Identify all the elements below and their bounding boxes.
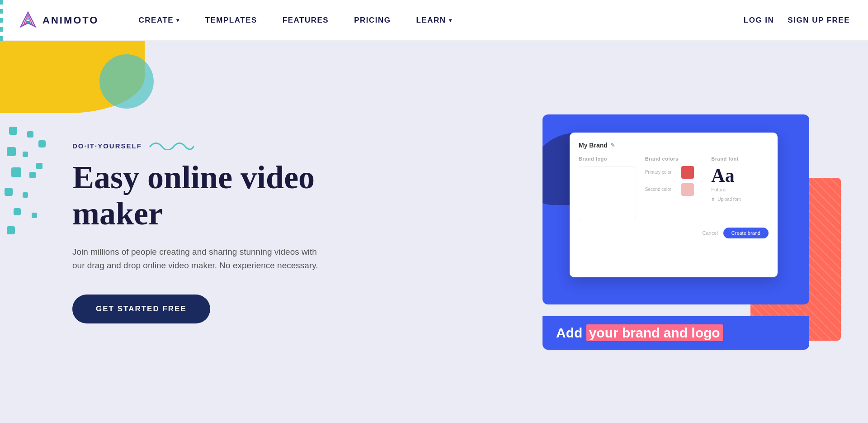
hero-subtitle: Join millions of people creating and sha… xyxy=(72,245,326,273)
primary-color-row: Primary color xyxy=(645,166,703,179)
primary-color-swatch xyxy=(681,166,694,179)
nav-border-decoration xyxy=(0,0,3,41)
navbar: ANIMOTO CREATE ▾ TEMPLATES FEATURES PRIC… xyxy=(0,0,868,41)
brand-card-title: My Brand ✎ xyxy=(579,142,769,149)
overlay-text: Add your brand and logo xyxy=(556,325,796,341)
upload-icon: ⬆ xyxy=(711,197,715,202)
svg-rect-4 xyxy=(27,131,33,138)
cancel-button[interactable]: Cancel xyxy=(703,228,718,238)
svg-rect-8 xyxy=(11,167,21,177)
teal-dots-decoration xyxy=(5,122,59,251)
font-preview: Aa xyxy=(711,166,769,185)
brand-card-footer: Cancel Create brand xyxy=(579,228,769,238)
signup-link[interactable]: SIGN UP FREE xyxy=(788,16,850,25)
edit-icon: ✎ xyxy=(610,142,615,148)
teal-circle-decoration xyxy=(99,54,154,109)
nav-link-create[interactable]: CREATE ▾ xyxy=(126,0,192,41)
hero-content: DO·IT·YOURSELF Easy online video maker J… xyxy=(72,140,326,323)
nav-link-templates[interactable]: TEMPLATES xyxy=(193,0,270,41)
nav-link-features[interactable]: FEATURES xyxy=(270,0,341,41)
svg-rect-10 xyxy=(5,188,13,196)
create-brand-button[interactable]: Create brand xyxy=(723,228,769,238)
nav-links: CREATE ▾ TEMPLATES FEATURES PRICING LEAR… xyxy=(126,0,743,41)
hero-section: DO·IT·YOURSELF Easy online video maker J… xyxy=(0,41,868,423)
svg-rect-11 xyxy=(23,192,28,198)
brand-font-column: Brand font Aa Futura ⬆ Upload font xyxy=(711,156,769,220)
svg-rect-15 xyxy=(7,226,15,234)
logo-icon xyxy=(18,10,38,30)
hero-illustration: My Brand ✎ Brand logo Brand colors Prima… xyxy=(542,114,841,350)
hero-title: Easy online video maker xyxy=(72,160,326,231)
get-started-button[interactable]: GET STARTED FREE xyxy=(72,295,210,323)
brand-card-columns: Brand logo Brand colors Primary color Se… xyxy=(579,156,769,220)
brand-colors-column: Brand colors Primary color Second color xyxy=(645,156,703,220)
secondary-color-swatch xyxy=(681,183,694,196)
svg-rect-6 xyxy=(23,152,28,157)
nav-right: LOG IN SIGN UP FREE xyxy=(744,16,850,25)
svg-rect-7 xyxy=(38,140,46,147)
secondary-color-row: Second color xyxy=(645,183,703,196)
brand-logo-column: Brand logo xyxy=(579,156,636,220)
chevron-down-icon: ▾ xyxy=(176,17,180,24)
brand-card: My Brand ✎ Brand logo Brand colors Prima… xyxy=(570,133,778,277)
svg-rect-12 xyxy=(36,163,42,169)
upload-font-row: ⬆ Upload font xyxy=(711,197,769,202)
login-link[interactable]: LOG IN xyxy=(744,16,774,25)
svg-rect-13 xyxy=(14,208,21,215)
hero-label: DO·IT·YOURSELF xyxy=(72,140,326,152)
svg-rect-5 xyxy=(7,147,16,156)
brand-name: ANIMOTO xyxy=(42,14,99,26)
font-name: Futura xyxy=(711,187,769,192)
nav-link-pricing[interactable]: PRICING xyxy=(341,0,403,41)
svg-rect-3 xyxy=(9,127,17,135)
brand-text-overlay: Add your brand and logo xyxy=(542,316,809,350)
svg-rect-14 xyxy=(32,213,37,218)
logo[interactable]: ANIMOTO xyxy=(18,10,99,30)
chevron-down-icon-learn: ▾ xyxy=(449,17,453,24)
svg-rect-9 xyxy=(29,172,36,178)
brand-logo-box xyxy=(579,166,636,220)
nav-link-learn[interactable]: LEARN ▾ xyxy=(404,0,465,41)
wave-decoration xyxy=(149,140,194,152)
